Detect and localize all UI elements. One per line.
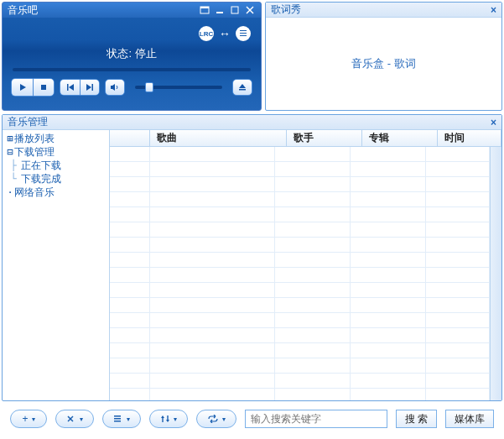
media-library-button[interactable]: 媒体库 <box>445 410 494 428</box>
sort-icon <box>160 415 170 423</box>
lyrics-title: 歌词秀 <box>271 3 301 17</box>
player-header: 音乐吧 <box>3 3 261 18</box>
controls-row <box>3 71 261 102</box>
tree-download-done[interactable]: └下载完成 <box>6 172 106 186</box>
svg-rect-23 <box>167 415 168 421</box>
prev-next-group <box>60 79 100 96</box>
expand-icon[interactable]: ⊞ <box>6 134 14 143</box>
svg-rect-7 <box>41 85 46 90</box>
col-time[interactable]: 时间 <box>438 130 501 146</box>
stop-button[interactable] <box>33 78 55 97</box>
table-row[interactable] <box>110 192 490 207</box>
svg-rect-3 <box>231 7 238 13</box>
volume-thumb[interactable] <box>145 82 153 92</box>
bottom-toolbar: +▾ ▾ ▾ ▾ ▾ 搜 索 媒体库 <box>2 406 502 431</box>
grid-header: 歌曲 歌手 专辑 时间 <box>110 130 501 147</box>
table-row[interactable] <box>110 238 490 253</box>
list-icon <box>113 415 123 423</box>
col-song[interactable]: 歌曲 <box>150 130 287 146</box>
table-row[interactable] <box>110 222 490 238</box>
svg-rect-18 <box>114 418 121 420</box>
playlist-icon[interactable] <box>236 26 251 41</box>
table-row[interactable] <box>110 283 490 298</box>
remove-icon <box>66 415 76 423</box>
lyrics-text: 音乐盒 - 歌词 <box>351 56 416 71</box>
table-row[interactable] <box>110 313 490 328</box>
music-manager-panel: 音乐管理 × ⊞播放列表 ⊟下载管理 ├正在下载 └下载完成 ·网络音乐 歌曲 … <box>2 114 502 401</box>
progress-bar[interactable] <box>13 68 251 71</box>
table-row[interactable] <box>110 343 490 358</box>
svg-marker-9 <box>69 84 74 91</box>
display-icons: LRC ↔ <box>199 26 251 41</box>
repeat-icon <box>207 415 219 423</box>
track-arrows-icon[interactable]: ↔ <box>219 27 231 40</box>
caret-down-icon: ▾ <box>222 415 226 423</box>
search-input[interactable] <box>245 410 387 428</box>
lrc-icon[interactable]: LRC <box>199 26 214 41</box>
maximize-icon[interactable] <box>229 5 241 15</box>
svg-rect-1 <box>200 7 209 8</box>
leaf-icon: · <box>6 188 14 196</box>
tree-playlist[interactable]: ⊞播放列表 <box>6 132 106 145</box>
svg-rect-21 <box>162 417 163 422</box>
add-button[interactable]: +▾ <box>10 410 47 428</box>
remove-button[interactable]: ▾ <box>55 410 94 428</box>
table-row[interactable] <box>110 358 490 374</box>
tree-net-music[interactable]: ·网络音乐 <box>6 186 106 199</box>
volume-button[interactable] <box>105 79 125 96</box>
volume-slider[interactable] <box>135 86 222 89</box>
table-row[interactable] <box>110 298 490 313</box>
table-row[interactable] <box>110 389 490 400</box>
prev-button[interactable] <box>60 79 80 96</box>
status-line: 状态: 停止 <box>107 46 156 61</box>
table-row[interactable] <box>110 253 490 268</box>
tree-downloading[interactable]: ├正在下载 <box>6 159 106 172</box>
tree-label: 下载完成 <box>21 172 61 186</box>
table-row[interactable] <box>110 207 490 222</box>
sort-button[interactable]: ▾ <box>149 410 188 428</box>
svg-rect-8 <box>67 84 69 91</box>
play-button[interactable] <box>11 78 33 97</box>
lyrics-header: 歌词秀 × <box>266 3 501 18</box>
collapse-icon[interactable]: ⊟ <box>6 148 14 156</box>
player-panel: 音乐吧 LRC ↔ 状态: 停止 <box>2 2 262 111</box>
svg-marker-12 <box>111 84 115 91</box>
tree-download-mgr[interactable]: ⊟下载管理 <box>6 145 106 159</box>
caret-down-icon: ▾ <box>80 415 83 423</box>
table-row[interactable] <box>110 268 490 283</box>
caret-down-icon: ▾ <box>174 415 177 423</box>
switch-mode-icon[interactable] <box>199 5 210 15</box>
close-icon[interactable] <box>244 5 256 15</box>
lyrics-body: 音乐盒 - 歌词 <box>266 18 501 110</box>
minimize-icon[interactable] <box>214 5 226 15</box>
eject-button[interactable] <box>232 79 252 96</box>
table-row[interactable] <box>110 162 490 177</box>
table-row[interactable] <box>110 177 490 192</box>
manager-close-icon[interactable]: × <box>491 117 496 128</box>
table-row[interactable] <box>110 328 490 343</box>
svg-rect-17 <box>114 415 121 417</box>
top-row: 音乐吧 LRC ↔ 状态: 停止 <box>2 2 502 111</box>
tree-branch-icon: └ <box>6 173 21 185</box>
svg-marker-13 <box>239 84 246 88</box>
next-button[interactable] <box>80 79 100 96</box>
list-button[interactable]: ▾ <box>102 410 141 428</box>
col-number[interactable] <box>110 130 150 146</box>
col-album[interactable]: 专辑 <box>362 130 438 146</box>
repeat-button[interactable]: ▾ <box>196 410 236 428</box>
svg-marker-10 <box>86 84 91 91</box>
tree-label: 下载管理 <box>14 145 55 159</box>
table-row[interactable] <box>110 374 490 389</box>
scrollbar-vertical[interactable] <box>490 147 501 400</box>
manager-body: ⊞播放列表 ⊟下载管理 ├正在下载 └下载完成 ·网络音乐 歌曲 歌手 专辑 时… <box>3 130 501 400</box>
search-button[interactable]: 搜 索 <box>396 410 437 428</box>
lyrics-close-icon[interactable]: × <box>491 4 496 16</box>
status-value: 停止 <box>135 47 157 60</box>
player-display: LRC ↔ 状态: 停止 <box>3 18 261 68</box>
manager-title: 音乐管理 <box>8 115 48 129</box>
tree-label: 网络音乐 <box>14 186 55 200</box>
col-singer[interactable]: 歌手 <box>287 130 362 146</box>
grid-body[interactable] <box>110 147 490 400</box>
play-stop-group <box>11 78 55 97</box>
table-row[interactable] <box>110 147 490 162</box>
